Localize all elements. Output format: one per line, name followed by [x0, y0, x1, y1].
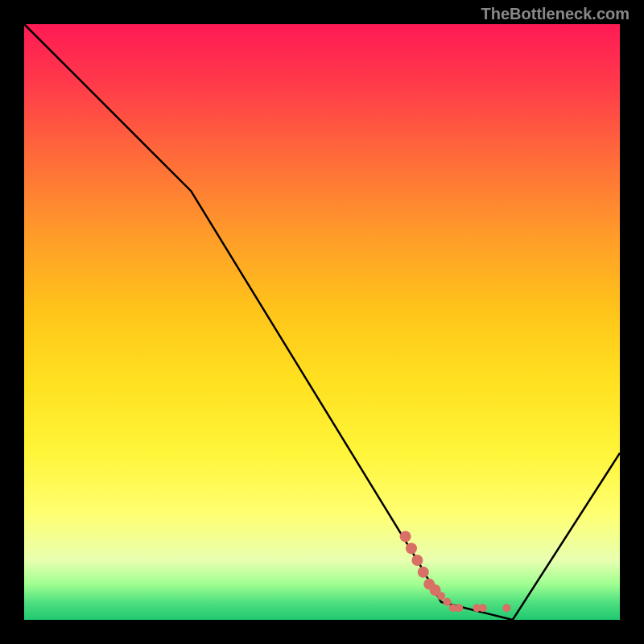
curve-path [24, 24, 620, 620]
marker-dot [502, 604, 510, 612]
marker-dots [400, 530, 511, 612]
watermark-text: TheBottleneck.com [481, 5, 630, 23]
marker-dot [443, 598, 451, 606]
marker-dot [437, 592, 445, 600]
marker-dot [455, 604, 463, 612]
marker-dot [411, 555, 423, 566]
plot-area [24, 24, 620, 620]
bottleneck-line [24, 24, 620, 620]
marker-dot [418, 567, 429, 578]
marker-dot [406, 543, 417, 554]
marker-dot [400, 530, 411, 542]
marker-dot [479, 604, 487, 612]
chart-svg [24, 24, 620, 620]
